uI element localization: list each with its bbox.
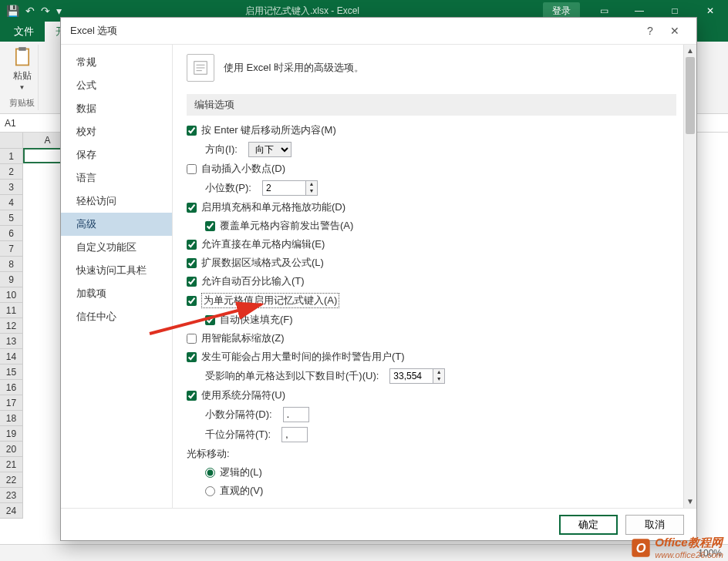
row-header[interactable]: 22	[0, 472, 23, 488]
label-autocomplete: 为单元格值启用记忆式键入(A)	[201, 293, 339, 308]
save-icon[interactable]: 💾	[6, 5, 19, 17]
options-content: 使用 Excel 时采用的高级选项。 编辑选项 按 Enter 键后移动所选内容…	[172, 45, 696, 508]
nav-advanced[interactable]: 高级	[61, 213, 172, 236]
checkbox-overwrite-warn[interactable]	[205, 221, 215, 231]
clipboard-group: 粘贴 ▼ 剪贴板	[6, 45, 39, 110]
row-header[interactable]: 19	[0, 426, 23, 442]
input-thousand-sep[interactable]	[281, 427, 308, 442]
scroll-down-icon[interactable]: ▼	[684, 495, 696, 508]
select-direction[interactable]: 向下	[248, 142, 292, 157]
radio-visual[interactable]	[205, 486, 215, 496]
section-editing-options: 编辑选项	[187, 94, 676, 116]
paste-button[interactable]: 粘贴 ▼	[12, 46, 33, 91]
ok-button[interactable]: 确定	[559, 515, 618, 535]
checkbox-enter-move[interactable]	[187, 126, 197, 136]
checkbox-auto-decimal[interactable]	[187, 164, 197, 174]
watermark-logo-icon: O	[630, 537, 652, 559]
row-header[interactable]: 2	[0, 164, 23, 180]
spin-up-icon[interactable]: ▲	[433, 369, 444, 376]
tab-file[interactable]: 文件	[3, 22, 45, 42]
row-header[interactable]: 10	[0, 287, 23, 303]
row-header[interactable]: 11	[0, 303, 23, 318]
checkbox-intellimouse[interactable]	[187, 334, 197, 344]
scroll-thumb[interactable]	[686, 57, 695, 134]
checkbox-extend-formats[interactable]	[187, 258, 197, 268]
row-header[interactable]: 13	[0, 334, 23, 349]
row-header[interactable]: 23	[0, 488, 23, 503]
row-header[interactable]: 3	[0, 180, 23, 195]
row-header[interactable]: 18	[0, 411, 23, 426]
nav-trust-center[interactable]: 信任中心	[61, 305, 172, 328]
nav-formulas[interactable]: 公式	[61, 74, 172, 97]
label-direction: 方向(I):	[205, 143, 238, 156]
row-header[interactable]: 16	[0, 380, 23, 395]
input-decimal-places[interactable]	[262, 180, 305, 196]
row-header[interactable]: 8	[0, 257, 23, 272]
scroll-up-icon[interactable]: ▲	[684, 45, 696, 57]
nav-customize-ribbon[interactable]: 自定义功能区	[61, 236, 172, 259]
cancel-button[interactable]: 取消	[625, 515, 684, 535]
label-intellimouse: 用智能鼠标缩放(Z)	[201, 331, 285, 345]
label-thousand-sep: 千位分隔符(T):	[205, 428, 271, 442]
checkbox-autocomplete[interactable]	[187, 296, 197, 306]
close-icon[interactable]: ✕	[693, 0, 728, 22]
help-button[interactable]: ?	[638, 25, 662, 37]
checkbox-edit-in-cell[interactable]	[187, 240, 197, 250]
undo-icon[interactable]: ↶	[25, 5, 35, 17]
spin-down-icon[interactable]: ▼	[433, 376, 444, 383]
row-header[interactable]: 20	[0, 442, 23, 457]
dialog-titlebar: Excel 选项 ? ✕	[61, 18, 696, 44]
nav-addins[interactable]: 加载项	[61, 282, 172, 305]
name-box[interactable]: A1	[0, 116, 62, 130]
nav-ease-of-access[interactable]: 轻松访问	[61, 190, 172, 213]
label-system-separators: 使用系统分隔符(U)	[201, 388, 285, 402]
redo-icon[interactable]: ↷	[41, 5, 50, 17]
row-header[interactable]: 24	[0, 503, 23, 519]
row-header[interactable]: 21	[0, 457, 23, 472]
row-header[interactable]: 12	[0, 318, 23, 334]
row-header[interactable]: 5	[0, 210, 23, 226]
label-decimal-sep: 小数分隔符(D):	[205, 408, 272, 422]
nav-language[interactable]: 语言	[61, 166, 172, 190]
dialog-footer: 确定 取消	[61, 508, 696, 540]
nav-general[interactable]: 常规	[61, 51, 172, 74]
row-header[interactable]: 1	[0, 149, 23, 164]
watermark-brand: Office教程网	[655, 536, 722, 549]
label-percent-entry: 允许自动百分比输入(T)	[201, 274, 305, 288]
dialog-close-icon[interactable]: ✕	[662, 25, 687, 37]
status-bar: 100%	[0, 544, 728, 561]
qat-customize-icon[interactable]: ▾	[56, 5, 62, 17]
row-header[interactable]: 6	[0, 226, 23, 241]
nav-quick-access[interactable]: 快速访问工具栏	[61, 259, 172, 282]
spin-up-icon[interactable]: ▲	[306, 181, 317, 188]
label-threshold: 受影响的单元格达到以下数目时(千)(U):	[205, 369, 379, 383]
row-header[interactable]: 17	[0, 395, 23, 411]
checkbox-system-separators[interactable]	[187, 391, 197, 401]
row-header[interactable]: 4	[0, 195, 23, 210]
checkbox-fill-handle[interactable]	[187, 203, 197, 213]
quick-access-toolbar: 💾 ↶ ↷ ▾	[0, 5, 62, 17]
label-enter-move: 按 Enter 键后移动所选内容(M)	[201, 123, 336, 137]
select-all-corner[interactable]	[0, 133, 23, 148]
row-header[interactable]: 15	[0, 364, 23, 380]
nav-save[interactable]: 保存	[61, 143, 172, 166]
spin-down-icon[interactable]: ▼	[306, 188, 317, 195]
input-threshold[interactable]	[389, 368, 433, 384]
label-edit-in-cell: 允许直接在单元格内编辑(E)	[201, 237, 325, 251]
label-extend-formats: 扩展数据区域格式及公式(L)	[201, 256, 324, 270]
checkbox-percent-entry[interactable]	[187, 277, 197, 287]
checkbox-time-warn[interactable]	[187, 352, 197, 362]
checkbox-flash-fill[interactable]	[205, 315, 215, 325]
chevron-down-icon: ▼	[19, 84, 25, 91]
svg-text:O: O	[636, 540, 646, 554]
content-scrollbar[interactable]: ▲ ▼	[683, 45, 696, 508]
excel-options-dialog: Excel 选项 ? ✕ 常规 公式 数据 校对 保存 语言 轻松访问 高级 自…	[60, 17, 697, 541]
nav-data[interactable]: 数据	[61, 97, 172, 120]
row-header[interactable]: 9	[0, 272, 23, 287]
nav-proofing[interactable]: 校对	[61, 120, 172, 143]
watermark: O Office教程网 www.office26.com	[630, 536, 723, 559]
radio-logical[interactable]	[205, 468, 215, 478]
input-decimal-sep[interactable]	[283, 407, 309, 422]
row-header[interactable]: 14	[0, 349, 23, 364]
row-header[interactable]: 7	[0, 241, 23, 257]
